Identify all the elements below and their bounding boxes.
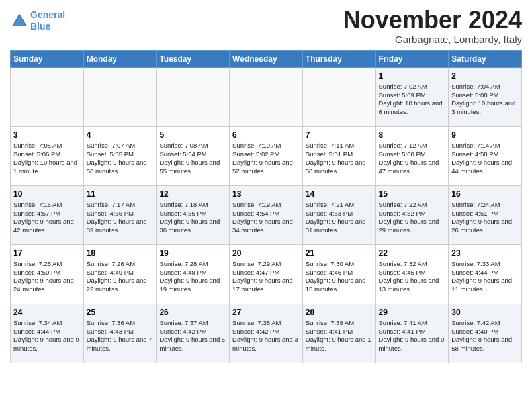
day-number: 13 [232, 189, 300, 199]
cell-info: Sunrise: 7:05 AM Sunset: 5:06 PM Dayligh… [13, 142, 81, 176]
day-number: 28 [306, 307, 373, 318]
week-row-1: 1Sunrise: 7:02 AM Sunset: 5:09 PM Daylig… [11, 67, 522, 126]
calendar-cell-w4-d1: 17Sunrise: 7:25 AM Sunset: 4:50 PM Dayli… [11, 244, 84, 304]
cell-info: Sunrise: 7:30 AM Sunset: 4:46 PM Dayligh… [306, 260, 373, 294]
day-number: 9 [451, 130, 519, 140]
day-number: 20 [232, 248, 300, 259]
calendar-cell-w5-d5: 28Sunrise: 7:39 AM Sunset: 4:41 PM Dayli… [302, 304, 375, 363]
day-number: 30 [451, 307, 519, 318]
calendar-cell-w2-d6: 8Sunrise: 7:12 AM Sunset: 5:00 PM Daylig… [375, 126, 449, 185]
cell-info: Sunrise: 7:12 AM Sunset: 5:00 PM Dayligh… [379, 142, 446, 176]
cell-info: Sunrise: 7:28 AM Sunset: 4:48 PM Dayligh… [159, 260, 226, 294]
cell-info: Sunrise: 7:32 AM Sunset: 4:45 PM Dayligh… [379, 260, 446, 294]
day-number: 12 [159, 189, 226, 199]
calendar-cell-w4-d2: 18Sunrise: 7:26 AM Sunset: 4:49 PM Dayli… [83, 244, 157, 304]
cell-info: Sunrise: 7:26 AM Sunset: 4:49 PM Dayligh… [87, 260, 154, 294]
day-number: 2 [451, 71, 519, 81]
day-number: 7 [306, 130, 373, 140]
cell-info: Sunrise: 7:17 AM Sunset: 4:56 PM Dayligh… [87, 201, 154, 235]
logo-line1: General [30, 9, 65, 20]
cell-info: Sunrise: 7:25 AM Sunset: 4:50 PM Dayligh… [13, 260, 81, 294]
cell-info: Sunrise: 7:11 AM Sunset: 5:01 PM Dayligh… [306, 142, 373, 176]
cell-info: Sunrise: 7:24 AM Sunset: 4:51 PM Dayligh… [451, 201, 519, 235]
calendar-cell-w4-d5: 21Sunrise: 7:30 AM Sunset: 4:46 PM Dayli… [302, 244, 375, 304]
calendar-cell-w2-d3: 5Sunrise: 7:08 AM Sunset: 5:04 PM Daylig… [157, 126, 230, 185]
day-number: 1 [379, 71, 446, 81]
col-wednesday: Wednesday [230, 50, 303, 67]
calendar-cell-w3-d4: 13Sunrise: 7:19 AM Sunset: 4:54 PM Dayli… [230, 185, 303, 244]
calendar-cell-w5-d7: 30Sunrise: 7:42 AM Sunset: 4:40 PM Dayli… [449, 304, 522, 363]
week-row-5: 24Sunrise: 7:34 AM Sunset: 4:44 PM Dayli… [11, 304, 522, 363]
day-number: 15 [379, 189, 446, 199]
calendar-cell-w1-d4 [230, 67, 303, 126]
header-row: Sunday Monday Tuesday Wednesday Thursday… [11, 50, 522, 67]
cell-info: Sunrise: 7:36 AM Sunset: 4:43 PM Dayligh… [87, 319, 154, 353]
calendar-cell-w1-d5 [302, 67, 375, 126]
cell-info: Sunrise: 7:33 AM Sunset: 4:44 PM Dayligh… [451, 260, 519, 294]
day-number: 27 [232, 307, 300, 318]
cell-info: Sunrise: 7:10 AM Sunset: 5:02 PM Dayligh… [232, 142, 300, 176]
cell-info: Sunrise: 7:08 AM Sunset: 5:04 PM Dayligh… [159, 142, 226, 176]
col-saturday: Saturday [449, 50, 522, 67]
cell-info: Sunrise: 7:39 AM Sunset: 4:41 PM Dayligh… [306, 319, 373, 353]
cell-info: Sunrise: 7:37 AM Sunset: 4:42 PM Dayligh… [159, 319, 226, 353]
col-tuesday: Tuesday [157, 50, 230, 67]
calendar-cell-w5-d3: 26Sunrise: 7:37 AM Sunset: 4:42 PM Dayli… [157, 304, 230, 363]
calendar-cell-w4-d4: 20Sunrise: 7:29 AM Sunset: 4:47 PM Dayli… [230, 244, 303, 304]
week-row-4: 17Sunrise: 7:25 AM Sunset: 4:50 PM Dayli… [11, 244, 522, 304]
col-monday: Monday [83, 50, 157, 67]
subtitle: Garbagnate, Lombardy, Italy [343, 34, 522, 45]
calendar-cell-w2-d2: 4Sunrise: 7:07 AM Sunset: 5:05 PM Daylig… [83, 126, 157, 185]
calendar-cell-w3-d3: 12Sunrise: 7:18 AM Sunset: 4:55 PM Dayli… [157, 185, 230, 244]
cell-info: Sunrise: 7:34 AM Sunset: 4:44 PM Dayligh… [13, 319, 81, 353]
day-number: 8 [379, 130, 446, 140]
cell-info: Sunrise: 7:14 AM Sunset: 4:58 PM Dayligh… [451, 142, 519, 176]
calendar-cell-w5-d2: 25Sunrise: 7:36 AM Sunset: 4:43 PM Dayli… [83, 304, 157, 363]
day-number: 19 [159, 248, 226, 259]
page-container: General Blue November 2024 Garbagnate, L… [0, 0, 532, 367]
title-area: November 2024 Garbagnate, Lombardy, Ital… [343, 7, 522, 45]
week-row-2: 3Sunrise: 7:05 AM Sunset: 5:06 PM Daylig… [11, 126, 522, 185]
cell-info: Sunrise: 7:29 AM Sunset: 4:47 PM Dayligh… [232, 260, 300, 294]
logo-icon [10, 11, 29, 30]
day-number: 24 [13, 307, 81, 318]
day-number: 14 [306, 189, 373, 199]
day-number: 11 [87, 189, 154, 199]
day-number: 17 [13, 248, 81, 259]
month-title: November 2024 [343, 7, 522, 34]
calendar-cell-w5-d4: 27Sunrise: 7:38 AM Sunset: 4:42 PM Dayli… [230, 304, 303, 363]
day-number: 22 [379, 248, 446, 259]
calendar-header: Sunday Monday Tuesday Wednesday Thursday… [11, 50, 522, 67]
header-row: General Blue November 2024 Garbagnate, L… [10, 7, 522, 45]
day-number: 10 [13, 189, 81, 199]
day-number: 21 [306, 248, 373, 259]
calendar-cell-w3-d7: 16Sunrise: 7:24 AM Sunset: 4:51 PM Dayli… [449, 185, 522, 244]
cell-info: Sunrise: 7:22 AM Sunset: 4:52 PM Dayligh… [379, 201, 446, 235]
logo: General Blue [10, 9, 65, 32]
calendar-table: Sunday Monday Tuesday Wednesday Thursday… [10, 50, 522, 363]
calendar-cell-w4-d7: 23Sunrise: 7:33 AM Sunset: 4:44 PM Dayli… [449, 244, 522, 304]
calendar-cell-w4-d6: 22Sunrise: 7:32 AM Sunset: 4:45 PM Dayli… [375, 244, 449, 304]
cell-info: Sunrise: 7:41 AM Sunset: 4:41 PM Dayligh… [379, 319, 446, 353]
day-number: 4 [87, 130, 154, 140]
calendar-cell-w3-d6: 15Sunrise: 7:22 AM Sunset: 4:52 PM Dayli… [375, 185, 449, 244]
cell-info: Sunrise: 7:42 AM Sunset: 4:40 PM Dayligh… [451, 319, 519, 353]
cell-info: Sunrise: 7:15 AM Sunset: 4:57 PM Dayligh… [13, 201, 81, 235]
day-number: 23 [451, 248, 519, 259]
logo-line2: Blue [30, 21, 50, 32]
calendar-cell-w2-d4: 6Sunrise: 7:10 AM Sunset: 5:02 PM Daylig… [230, 126, 303, 185]
col-sunday: Sunday [11, 50, 84, 67]
logo-text: General Blue [30, 9, 65, 32]
calendar-cell-w4-d3: 19Sunrise: 7:28 AM Sunset: 4:48 PM Dayli… [157, 244, 230, 304]
day-number: 18 [87, 248, 154, 259]
cell-info: Sunrise: 7:07 AM Sunset: 5:05 PM Dayligh… [87, 142, 154, 176]
day-number: 3 [13, 130, 81, 140]
calendar-cell-w1-d1 [11, 67, 84, 126]
week-row-3: 10Sunrise: 7:15 AM Sunset: 4:57 PM Dayli… [11, 185, 522, 244]
calendar-cell-w2-d5: 7Sunrise: 7:11 AM Sunset: 5:01 PM Daylig… [302, 126, 375, 185]
day-number: 29 [379, 307, 446, 318]
calendar-cell-w5-d6: 29Sunrise: 7:41 AM Sunset: 4:41 PM Dayli… [375, 304, 449, 363]
cell-info: Sunrise: 7:21 AM Sunset: 4:53 PM Dayligh… [306, 201, 373, 235]
calendar-cell-w1-d7: 2Sunrise: 7:04 AM Sunset: 5:08 PM Daylig… [449, 67, 522, 126]
cell-info: Sunrise: 7:38 AM Sunset: 4:42 PM Dayligh… [232, 319, 300, 353]
